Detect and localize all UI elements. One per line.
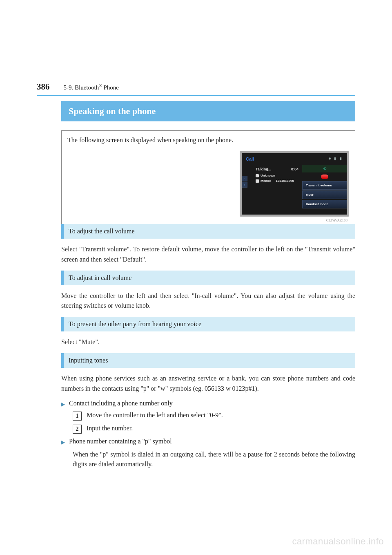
caller-name: Unknown bbox=[261, 174, 275, 177]
phone-number: 1234567890 bbox=[276, 179, 294, 183]
para-tones: When using phone services such as an ans… bbox=[61, 374, 355, 394]
subheading-tones: Inputting tones bbox=[61, 353, 355, 368]
call-time: 0:04 bbox=[291, 167, 298, 171]
subheading-call-volume: To adjust the call volume bbox=[61, 224, 355, 239]
header-divider bbox=[37, 95, 355, 96]
page-number: 386 bbox=[37, 82, 50, 92]
mute-button: Mute bbox=[302, 190, 347, 199]
battery-icon: ▮ bbox=[340, 157, 344, 161]
page-title: Speaking on the phone bbox=[61, 101, 355, 121]
chevron-left-icon: ‹ bbox=[242, 182, 247, 188]
page-header: 386 5-9. Bluetooth® Phone bbox=[37, 82, 355, 92]
step-2: 2 Input the number. bbox=[73, 425, 355, 434]
figure-id: CLYAVAZ108 bbox=[67, 218, 347, 222]
bullet-contact-only: ▶ Contact including a phone number only bbox=[61, 400, 355, 407]
subheading-incall-volume: To adjust in call volume bbox=[61, 271, 355, 285]
para-mute: Select "Mute". bbox=[61, 337, 355, 347]
end-call-button bbox=[302, 173, 347, 180]
transmit-volume-button: Transmit volume bbox=[302, 181, 347, 190]
intro-text: The following screen is displayed when s… bbox=[67, 137, 349, 144]
person-icon bbox=[256, 174, 259, 177]
status-icons: ✱ ▮ ▮ bbox=[328, 157, 344, 161]
para-call-volume: Select "Transmit volume". To restore def… bbox=[61, 244, 355, 265]
bullet-marker-icon: ▶ bbox=[61, 439, 65, 445]
step-text-2: Input the number. bbox=[87, 425, 133, 432]
bullet-text: Contact including a phone number only bbox=[69, 400, 173, 407]
intro-panel: The following screen is displayed when s… bbox=[61, 130, 355, 224]
phone-type: Mobile bbox=[261, 179, 271, 183]
answer-button: ⟲ bbox=[302, 165, 347, 172]
bluetooth-icon: ✱ bbox=[328, 157, 332, 161]
talking-label: Talking... bbox=[256, 167, 271, 171]
side-strip: ⋮ ‹ bbox=[242, 176, 248, 188]
call-info: Talking... 0:04 Unknown Mobile 123456789… bbox=[256, 167, 298, 183]
subheading-mute: To prevent the other party from hearing … bbox=[61, 317, 355, 331]
handset-mode-button: Handset mode bbox=[302, 200, 347, 208]
signal-icon: ▮ bbox=[334, 157, 338, 161]
watermark: carmanualsonline.info bbox=[292, 536, 384, 547]
p-symbol-note: When the "p" symbol is dialed in an outg… bbox=[73, 450, 355, 470]
step-number-2: 2 bbox=[73, 425, 82, 434]
step-1: 1 Move the controller to the left and th… bbox=[73, 412, 355, 421]
call-screenshot: Call ✱ ▮ ▮ ⋮ ‹ Talking... 0:04 bbox=[240, 151, 349, 217]
ss-title: Call bbox=[246, 157, 254, 161]
section-label: 5-9. Bluetooth® Phone bbox=[64, 83, 119, 91]
bullet-text: Phone number containing a "p" symbol bbox=[69, 438, 172, 445]
step-text-1: Move the controller to the left and then… bbox=[87, 412, 223, 419]
apps-icon: ⋮ bbox=[242, 176, 247, 181]
call-buttons: ⟲ Transmit volume Mute Handset mode bbox=[302, 165, 347, 208]
phone-icon bbox=[256, 179, 259, 183]
bullet-p-symbol: ▶ Phone number containing a "p" symbol bbox=[61, 438, 355, 445]
step-number-1: 1 bbox=[73, 412, 82, 421]
bullet-marker-icon: ▶ bbox=[61, 401, 65, 407]
para-incall-volume: Move the controller to the left and then… bbox=[61, 291, 355, 311]
